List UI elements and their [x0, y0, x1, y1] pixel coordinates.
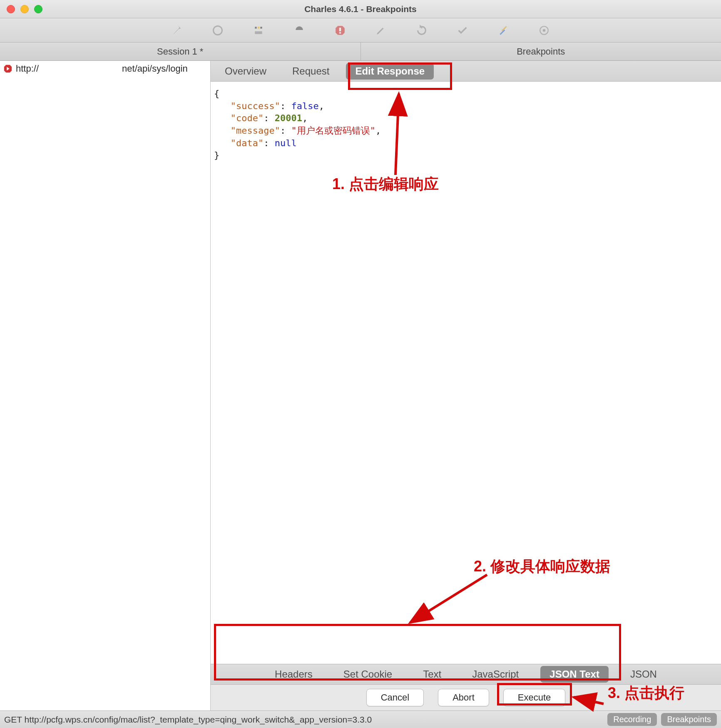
- tab-headers[interactable]: Headers: [266, 666, 322, 683]
- recording-badge[interactable]: Recording: [607, 713, 657, 726]
- repeat-icon[interactable]: [416, 25, 428, 36]
- tab-json[interactable]: JSON: [621, 666, 666, 683]
- tab-set-cookie[interactable]: Set Cookie: [334, 666, 401, 683]
- svg-rect-2: [258, 27, 259, 28]
- abort-button[interactable]: Abort: [438, 689, 489, 706]
- tab-json-text[interactable]: JSON Text: [540, 666, 609, 683]
- request-list: http://________net/api/sys/login: [0, 61, 211, 711]
- status-text: GET http://pcfg.wps.cn/config/mac/list?_…: [4, 715, 372, 725]
- content-top-tabs: Overview Request Edit Response: [211, 61, 721, 82]
- svg-point-9: [543, 29, 546, 32]
- format-tabs: Headers Set Cookie Text JavaScript JSON …: [211, 664, 721, 685]
- window-controls: [0, 5, 42, 13]
- breakpoint-hit-icon: [3, 64, 12, 73]
- record-icon[interactable]: [212, 25, 224, 36]
- window-title: Charles 4.6.1 - Breakpoints: [0, 4, 721, 14]
- breakpoints-tab[interactable]: Breakpoints: [361, 42, 721, 60]
- stop-icon[interactable]: [334, 25, 346, 36]
- close-window-button[interactable]: [7, 5, 15, 13]
- execute-button[interactable]: Execute: [503, 689, 566, 706]
- tab-edit-response[interactable]: Edit Response: [346, 63, 434, 80]
- json-editor[interactable]: { "success": false, "code": 20001, "mess…: [211, 82, 721, 664]
- svg-rect-3: [260, 27, 262, 28]
- toolbar: [0, 18, 721, 42]
- titlebar: Charles 4.6.1 - Breakpoints: [0, 0, 721, 18]
- svg-rect-7: [339, 32, 341, 33]
- tab-javascript[interactable]: JavaScript: [463, 666, 528, 683]
- main-area: http://________net/api/sys/login Overvie…: [0, 61, 721, 711]
- breakpoints-badge[interactable]: Breakpoints: [661, 713, 717, 726]
- svg-rect-6: [339, 27, 341, 31]
- minimize-window-button[interactable]: [20, 5, 29, 13]
- svg-point-0: [214, 26, 222, 35]
- edit-icon[interactable]: [375, 25, 387, 36]
- validate-icon[interactable]: [457, 25, 468, 36]
- tab-text[interactable]: Text: [414, 666, 450, 683]
- breakpoint-icon[interactable]: [293, 25, 305, 36]
- maximize-window-button[interactable]: [34, 5, 42, 13]
- settings-icon[interactable]: [538, 25, 550, 36]
- session-tab[interactable]: Session 1 *: [0, 42, 361, 60]
- broom-icon[interactable]: [171, 25, 183, 36]
- tab-overview[interactable]: Overview: [216, 63, 276, 80]
- tools-icon[interactable]: [497, 25, 509, 36]
- throttle-icon[interactable]: [253, 25, 264, 36]
- request-url-text: http://________net/api/sys/login: [16, 63, 188, 74]
- content-panel: Overview Request Edit Response { "succes…: [211, 61, 721, 711]
- cancel-button[interactable]: Cancel: [366, 689, 424, 706]
- request-item[interactable]: http://________net/api/sys/login: [0, 61, 210, 77]
- panel-tabs: Session 1 * Breakpoints: [0, 42, 721, 61]
- tab-request[interactable]: Request: [283, 63, 338, 80]
- svg-rect-4: [255, 31, 262, 34]
- status-bar: GET http://pcfg.wps.cn/config/mac/list?_…: [0, 711, 721, 728]
- action-bar: Cancel Abort Execute: [211, 685, 721, 711]
- svg-rect-1: [255, 27, 256, 28]
